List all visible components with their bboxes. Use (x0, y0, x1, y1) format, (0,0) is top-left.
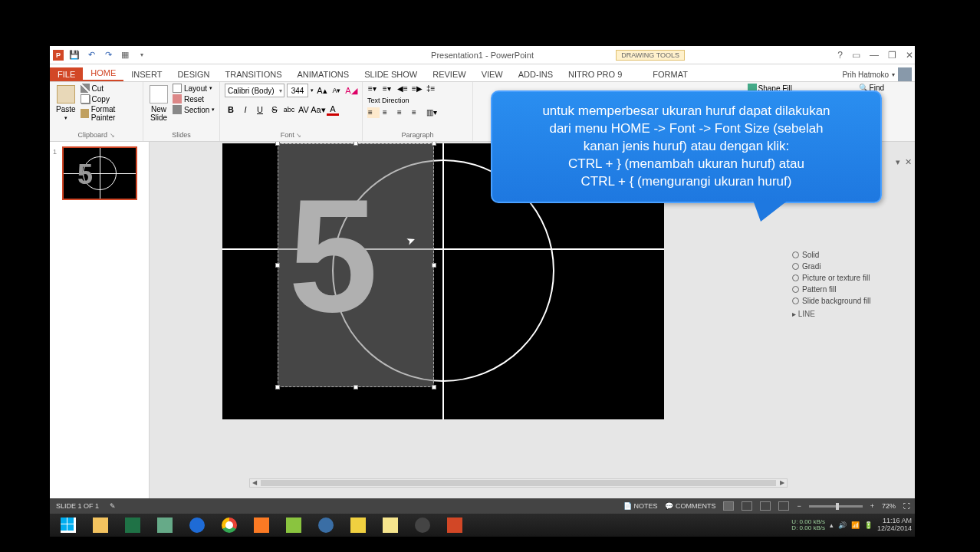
tab-nitro[interactable]: NITRO PRO 9 (561, 67, 630, 81)
resize-handle[interactable] (275, 142, 280, 146)
resize-handle[interactable] (354, 385, 358, 389)
fill-gradient-option[interactable]: Gradi (788, 261, 915, 272)
resize-handle[interactable] (275, 385, 280, 389)
taskbar-dreamweaver[interactable] (278, 515, 309, 535)
reset-button[interactable]: Reset (173, 94, 215, 104)
network-icon[interactable]: 📶 (851, 521, 860, 529)
tab-addins[interactable]: ADD-INS (511, 67, 561, 81)
digit-text[interactable]: 5 (288, 183, 378, 328)
align-center-button[interactable]: ≡ (382, 107, 394, 118)
vertical-line[interactable] (442, 143, 444, 419)
save-icon[interactable]: 💾 (68, 49, 81, 61)
copy-button[interactable]: Copy (81, 94, 138, 104)
redo-icon[interactable]: ↷ (102, 49, 114, 61)
shadow-button[interactable]: abc (283, 104, 295, 116)
taskbar-stickynotes[interactable] (375, 515, 406, 535)
slide-thumbnail-1[interactable]: 1 5 (54, 146, 144, 200)
close-pane-icon[interactable]: ✕ (905, 157, 912, 167)
battery-icon[interactable]: 🔋 (864, 521, 873, 529)
user-area[interactable]: Prih Hatmoko ▾ (842, 67, 912, 81)
minimize-button[interactable]: — (870, 50, 879, 61)
notes-button[interactable]: 📄 NOTES (623, 502, 658, 510)
taskbar-powerpoint[interactable] (439, 515, 470, 535)
font-color-button[interactable]: A (327, 104, 339, 116)
fit-to-window-button[interactable]: ⛶ (903, 502, 910, 510)
numbering-button[interactable]: ≡▾ (382, 84, 394, 94)
qat-customize-icon[interactable]: ▾ (136, 49, 148, 61)
restore-button[interactable]: ❐ (888, 50, 896, 61)
format-painter-button[interactable]: Format Painter (81, 105, 138, 122)
underline-button[interactable]: U (254, 104, 266, 116)
zoom-in-button[interactable]: + (870, 502, 874, 510)
start-from-beginning-icon[interactable]: ▦ (119, 49, 131, 61)
line-spacing-button[interactable]: ‡≡ (426, 84, 438, 94)
start-button[interactable] (53, 515, 84, 535)
sorter-view-button[interactable] (742, 501, 752, 511)
new-slide-button[interactable]: New Slide (148, 84, 169, 123)
slide-counter[interactable]: SLIDE 1 OF 1 (56, 502, 99, 510)
tab-design[interactable]: DESIGN (169, 67, 217, 81)
chevron-down-icon[interactable]: ▾ (896, 157, 900, 167)
taskbar-settings[interactable] (407, 515, 438, 535)
scroll-left-icon[interactable]: ◀ (250, 479, 259, 487)
undo-icon[interactable]: ↶ (85, 49, 97, 61)
fill-slidebg-option[interactable]: Slide background fill (788, 295, 915, 307)
resize-handle[interactable] (432, 263, 436, 268)
zoom-slider[interactable] (809, 505, 863, 508)
taskbar-app1[interactable] (150, 515, 180, 535)
normal-view-button[interactable] (723, 501, 734, 511)
resize-handle[interactable] (275, 263, 280, 268)
increase-indent-button[interactable]: ≡▶ (411, 84, 423, 94)
decrease-font-button[interactable]: A▾ (331, 84, 343, 97)
text-direction-button[interactable]: Text Direction (367, 97, 409, 104)
taskbar-explorer[interactable] (85, 515, 116, 535)
section-button[interactable]: Section▾ (173, 105, 215, 114)
help-button[interactable]: ? (837, 50, 843, 61)
fill-pattern-option[interactable]: Pattern fill (788, 284, 915, 295)
volume-icon[interactable]: 🔊 (838, 521, 847, 529)
bold-button[interactable]: B (225, 104, 237, 116)
bullets-button[interactable]: ≡▾ (367, 84, 380, 94)
tab-insert[interactable]: INSERT (123, 67, 169, 81)
justify-button[interactable]: ≡ (411, 107, 423, 118)
align-right-button[interactable]: ≡ (396, 107, 409, 118)
font-name-select[interactable]: Calibri (Body) (225, 84, 284, 97)
columns-button[interactable]: ▥▾ (426, 107, 438, 118)
reading-view-button[interactable] (760, 501, 771, 511)
slideshow-view-button[interactable] (778, 501, 789, 511)
tab-file[interactable]: FILE (50, 67, 83, 81)
fill-picture-option[interactable]: Picture or texture fill (788, 272, 915, 284)
paste-button[interactable]: Paste ▾ (54, 84, 77, 123)
italic-button[interactable]: I (239, 104, 252, 116)
scroll-right-icon[interactable]: ▶ (778, 479, 787, 487)
scroll-thumb[interactable] (261, 480, 776, 486)
resize-handle[interactable] (432, 385, 436, 389)
chevron-down-icon[interactable]: ▾ (311, 87, 314, 94)
character-spacing-button[interactable]: AV (298, 104, 310, 116)
zoom-level[interactable]: 72% (882, 502, 896, 510)
tab-format[interactable]: FORMAT (645, 67, 696, 81)
taskbar-googleearth[interactable] (311, 515, 341, 535)
taskbar-xampp[interactable] (246, 515, 277, 535)
ribbon-display-button[interactable]: ▭ (852, 50, 860, 61)
strikethrough-button[interactable]: S (268, 104, 281, 116)
tab-home[interactable]: HOME (83, 66, 123, 81)
dialog-launcher-icon[interactable]: ↘ (110, 132, 115, 139)
line-section-header[interactable]: LINE (788, 307, 915, 321)
clock[interactable]: 11:16 AM 12/24/2014 (877, 518, 912, 533)
spellcheck-icon[interactable]: ✎ (110, 502, 116, 510)
layout-button[interactable]: Layout▾ (173, 84, 215, 93)
font-size-select[interactable]: 344 (287, 84, 308, 97)
fill-solid-option[interactable]: Solid (788, 249, 915, 261)
taskbar-moviemaker[interactable] (343, 515, 373, 535)
comments-button[interactable]: 💬 COMMENTS (665, 502, 715, 510)
dialog-launcher-icon[interactable]: ↘ (296, 132, 301, 139)
zoom-out-button[interactable]: − (797, 502, 801, 510)
tab-view[interactable]: VIEW (474, 67, 511, 81)
resize-handle[interactable] (432, 142, 436, 146)
tab-review[interactable]: REVIEW (425, 67, 473, 81)
tab-slideshow[interactable]: SLIDE SHOW (357, 67, 425, 81)
taskbar-excel[interactable] (117, 515, 148, 535)
resize-handle[interactable] (354, 142, 358, 146)
horizontal-scrollbar[interactable]: ◀ ▶ (249, 478, 788, 488)
